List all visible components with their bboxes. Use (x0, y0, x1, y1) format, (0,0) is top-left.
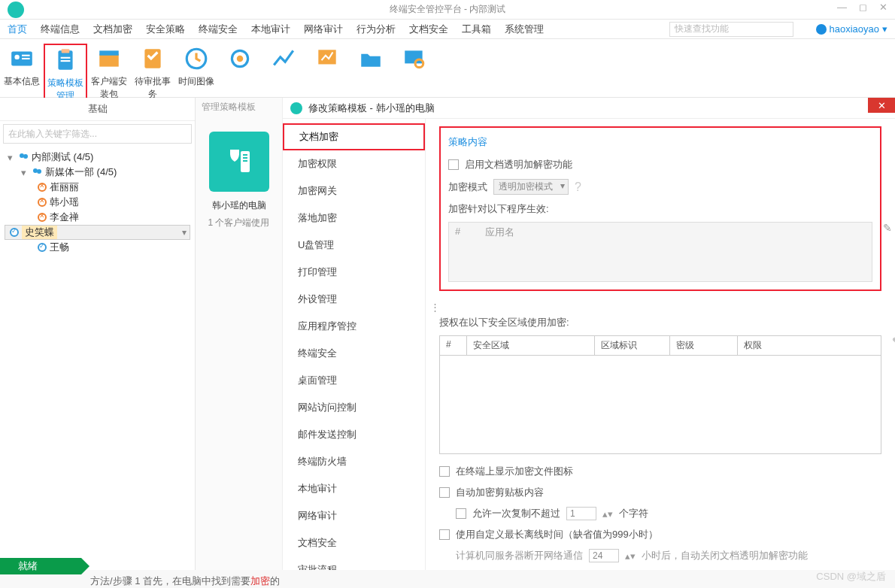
menu-home[interactable]: 首页 (8, 23, 27, 36)
menu-local-audit[interactable]: 本地审计 (251, 23, 290, 36)
ribbon-extra-4[interactable] (349, 44, 393, 80)
svg-point-1 (14, 55, 19, 59)
cat-encrypt-perm[interactable]: 加密权限 (283, 150, 425, 177)
tree-group[interactable]: ▾ 新媒体一部 (4/5) (5, 165, 190, 180)
offline-checkbox[interactable] (439, 529, 450, 540)
menu-system[interactable]: 系统管理 (505, 23, 544, 36)
cat-doc-security[interactable]: 文档安全 (283, 529, 425, 556)
tree-person[interactable]: 史笑蝶 (5, 225, 190, 240)
svg-rect-22 (243, 154, 247, 156)
cat-terminal-security[interactable]: 终端安全 (283, 340, 425, 367)
clipboard-label: 自动加密剪贴板内容 (456, 486, 544, 499)
tree-person[interactable]: 王畅 (5, 240, 190, 255)
maximize-icon[interactable]: ◻ (859, 2, 867, 13)
user-avatar-icon (816, 24, 827, 35)
svg-rect-24 (243, 160, 247, 162)
svg-point-13 (237, 56, 244, 62)
window-title: 终端安全管控平台 - 内部测试 (390, 3, 506, 16)
cat-encrypt-gateway[interactable]: 加密网关 (283, 177, 425, 205)
dialog-close-button[interactable]: ✕ (868, 98, 895, 113)
tree-group-label: 新媒体一部 (4/5) (45, 165, 117, 179)
template-panel: 管理策略模板 韩小瑶的电脑 1 个客户端使用 (196, 98, 283, 570)
tree-person[interactable]: 韩小瑶 (5, 195, 190, 210)
offline-hours-input[interactable]: 24 (589, 549, 619, 562)
cat-doc-encrypt[interactable]: 文档加密 (283, 123, 425, 150)
drag-handle-icon[interactable]: ⋮ (430, 302, 881, 313)
zone-table: # 安全区域 区域标识 密级 权限 (439, 335, 881, 454)
current-user[interactable]: haoxiaoyao ▾ (816, 23, 888, 35)
mode-select[interactable]: 透明加密模式 (493, 179, 569, 195)
help-icon[interactable]: ? (575, 180, 581, 194)
copylimit-input[interactable]: 1 (566, 507, 596, 520)
ribbon-extra-5[interactable] (393, 44, 436, 80)
svg-rect-23 (243, 157, 247, 159)
caret-down-icon: ▾ (21, 167, 29, 178)
svg-rect-15 (405, 50, 422, 63)
users-icon (18, 152, 29, 162)
section-title: 策略内容 (448, 135, 872, 149)
menu-network-audit[interactable]: 网络审计 (304, 23, 343, 36)
close-icon[interactable]: ✕ (879, 2, 887, 13)
tree-root[interactable]: ▾ 内部测试 (4/5) (5, 150, 190, 165)
ribbon-time-image[interactable]: 时间图像 (174, 44, 218, 92)
svg-point-19 (33, 168, 38, 173)
quick-search-input[interactable]: 快速查找功能 (669, 22, 793, 37)
app-col-num: # (455, 226, 485, 239)
board-icon (314, 45, 341, 72)
org-tree: ▾ 内部测试 (4/5) ▾ 新媒体一部 (4/5) 崔丽丽 韩小瑶 李金禅 史… (0, 147, 195, 258)
ribbon-extra-2[interactable] (262, 44, 305, 80)
spinner-icon[interactable]: ▴▾ (625, 550, 636, 562)
menu-terminal-security[interactable]: 终端安全 (199, 23, 238, 36)
cat-peripheral[interactable]: 外设管理 (283, 286, 425, 313)
edit-apps-icon[interactable]: ✎ (883, 222, 892, 234)
ribbon-extra-1[interactable] (218, 44, 262, 80)
zone-col-level: 密级 (670, 336, 738, 355)
clipboard-checkbox[interactable] (439, 487, 450, 498)
cat-usb[interactable]: U盘管理 (283, 232, 425, 259)
cat-local-audit[interactable]: 本地审计 (283, 475, 425, 502)
cat-approval[interactable]: 审批流程 (283, 556, 425, 570)
tree-filter-input[interactable]: 在此输入关键字筛选... (3, 124, 192, 144)
cat-email[interactable]: 邮件发送控制 (283, 421, 425, 448)
spinner-icon[interactable]: ▴▾ (602, 508, 613, 520)
cat-desktop[interactable]: 桌面管理 (283, 367, 425, 394)
svg-point-20 (37, 169, 41, 174)
watermark: CSDN @域之盾 (816, 570, 886, 583)
ribbon-basic-info[interactable]: 基本信息 (0, 44, 44, 92)
menu-terminal-info[interactable]: 终端信息 (41, 23, 80, 36)
template-card-sub: 1 个客户端使用 (200, 217, 278, 229)
minimize-icon[interactable]: — (837, 2, 847, 13)
cat-print[interactable]: 打印管理 (283, 259, 425, 286)
copylimit-checkbox[interactable] (456, 508, 466, 519)
cat-app-control[interactable]: 应用程序管控 (283, 313, 425, 340)
main-row: 基础 在此输入关键字筛选... ▾ 内部测试 (4/5) ▾ 新媒体一部 (4/… (0, 98, 895, 570)
tree-person[interactable]: 崔丽丽 (5, 180, 190, 195)
menu-doc-security[interactable]: 文档安全 (409, 23, 448, 36)
cat-network-audit[interactable]: 网络审计 (283, 502, 425, 529)
svg-rect-3 (22, 58, 30, 59)
menu-behavior[interactable]: 行为分析 (356, 23, 396, 36)
dialog-titlebar: 修改策略模板 - 韩小瑶的电脑 ✕ (283, 98, 895, 119)
status-online-icon (38, 243, 47, 252)
left-panel: 基础 在此输入关键字筛选... ▾ 内部测试 (4/5) ▾ 新媒体一部 (4/… (0, 98, 196, 570)
show-icon-checkbox[interactable] (439, 466, 450, 477)
ribbon-label: 待审批事务 (132, 75, 173, 101)
enable-encrypt-checkbox[interactable] (448, 159, 459, 170)
menu-doc-encrypt[interactable]: 文档加密 (93, 23, 132, 36)
template-card[interactable]: 韩小瑶的电脑 1 个客户端使用 (200, 132, 278, 229)
user-dropdown-icon: ▾ (882, 23, 887, 35)
clipboard-icon (52, 47, 79, 74)
zone-col-id: 区域标识 (595, 336, 670, 355)
enable-encrypt-label: 启用文档透明加解密功能 (465, 158, 572, 171)
cat-landing-encrypt[interactable]: 落地加密 (283, 205, 425, 232)
ribbon-pending-approval[interactable]: 待审批事务 (131, 44, 174, 105)
cat-firewall[interactable]: 终端防火墙 (283, 448, 425, 475)
ribbon-client-installer[interactable]: 客户端安装包 (87, 44, 131, 105)
edit-zones-icon[interactable]: ✎ (892, 335, 895, 347)
tree-person[interactable]: 李金禅 (5, 210, 190, 225)
menu-toolbox[interactable]: 工具箱 (462, 23, 491, 36)
menu-security-policy[interactable]: 安全策略 (146, 23, 185, 36)
ribbon-extra-3[interactable] (305, 44, 349, 80)
eye-icon (226, 45, 253, 72)
cat-website[interactable]: 网站访问控制 (283, 394, 425, 421)
